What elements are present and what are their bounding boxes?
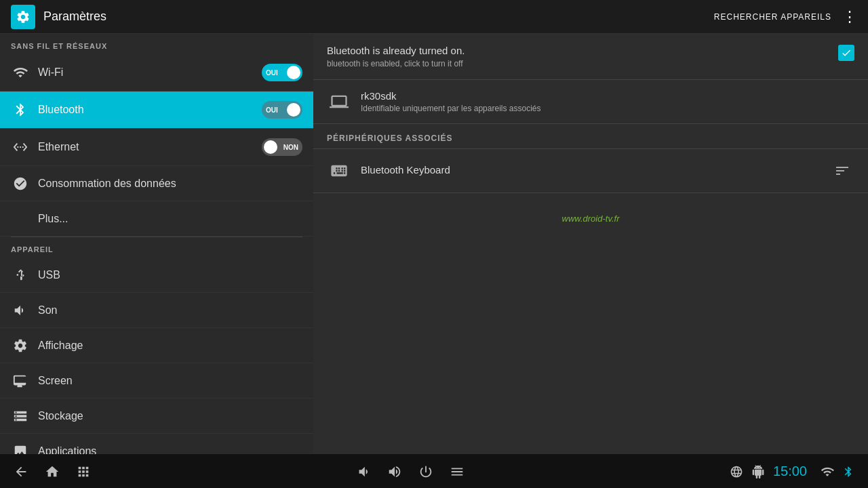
- sound-icon: [11, 302, 30, 317]
- ethernet-toggle-thumb: [264, 140, 277, 154]
- wifi-icon: [11, 65, 30, 80]
- screen-icon: [11, 373, 30, 388]
- sidebar-item-affichage[interactable]: Affichage: [0, 328, 313, 363]
- content-panel: Bluetooth is already turned on. bluetoot…: [313, 34, 868, 454]
- ethernet-label: Ethernet: [38, 141, 262, 153]
- wifi-label: Wi-Fi: [38, 66, 262, 79]
- power-button[interactable]: [418, 463, 433, 479]
- wifi-toggle-label: OUI: [266, 69, 278, 77]
- apps-icon: [11, 443, 30, 454]
- status-area: 15:00: [730, 464, 854, 479]
- volume-up-button[interactable]: [387, 463, 402, 479]
- son-label: Son: [38, 304, 302, 317]
- bluetooth-toggle-thumb: [287, 103, 300, 117]
- bluetooth-checkbox[interactable]: [838, 45, 854, 61]
- back-button[interactable]: [14, 463, 28, 479]
- sidebar-item-ethernet[interactable]: Ethernet NON: [0, 129, 313, 166]
- ethernet-toggle[interactable]: NON: [262, 138, 302, 156]
- paired-device-keyboard-row[interactable]: Bluetooth Keyboard: [313, 149, 868, 193]
- bluetooth-toggle-label: OUI: [266, 106, 278, 114]
- sidebar-item-screen[interactable]: Screen: [0, 363, 313, 399]
- search-devices-button[interactable]: RECHERCHER APPAREILS: [714, 12, 831, 22]
- home-button[interactable]: [45, 463, 60, 479]
- nav-buttons: [14, 463, 91, 479]
- section-device-header: APPAREIL: [0, 237, 313, 258]
- device-laptop-icon: [327, 89, 351, 114]
- bluetooth-label: Bluetooth: [38, 104, 262, 116]
- keyboard-settings-button[interactable]: [830, 159, 854, 183]
- device-sub: Identifiable uniquement par les appareil…: [361, 104, 854, 113]
- wifi-toggle[interactable]: OUI: [262, 64, 302, 81]
- sidebar-item-bluetooth[interactable]: Bluetooth OUI: [0, 92, 313, 129]
- bluetooth-status-icon: [842, 464, 854, 479]
- bluetooth-toggle[interactable]: OUI: [262, 101, 302, 119]
- bluetooth-status-text: Bluetooth is already turned on. bluetoot…: [327, 45, 838, 68]
- usb-icon: [11, 267, 30, 282]
- recents-button[interactable]: [76, 463, 91, 479]
- data-consumption-label: Consommation des données: [38, 178, 302, 190]
- affichage-label: Affichage: [38, 340, 302, 352]
- sidebar-item-plus[interactable]: Plus...: [0, 201, 313, 237]
- bluetooth-icon: [11, 102, 30, 117]
- main-layout: SANS FIL ET RÉSEAUX Wi-Fi OUI: [0, 34, 868, 454]
- watermark: www.droid-tv.fr: [313, 193, 868, 244]
- earth-icon: [730, 464, 743, 478]
- bottom-bar: 15:00: [0, 454, 868, 488]
- time-display: 15:00: [773, 464, 807, 479]
- storage-icon: [11, 408, 30, 423]
- android-icon: [751, 464, 765, 478]
- ethernet-toggle-label: NON: [283, 144, 298, 151]
- data-icon: [11, 176, 30, 190]
- plus-label: Plus...: [38, 213, 302, 225]
- stockage-label: Stockage: [38, 410, 302, 422]
- paired-keyboard-name: Bluetooth Keyboard: [361, 164, 830, 176]
- screen-label: Screen: [38, 375, 302, 387]
- sidebar-item-stockage[interactable]: Stockage: [0, 399, 313, 434]
- sidebar-item-son[interactable]: Son: [0, 293, 313, 328]
- periph-header: PÉRIPHÉRIQUES ASSOCIÉS: [313, 124, 868, 149]
- bluetooth-status-sub: bluetooth is enabled, click to turn it o…: [327, 59, 838, 68]
- device-rk30sdk-row: rk30sdk Identifiable uniquement par les …: [313, 80, 868, 124]
- sidebar-item-data[interactable]: Consommation des données: [0, 166, 313, 201]
- bluetooth-status-row[interactable]: Bluetooth is already turned on. bluetoot…: [313, 34, 868, 80]
- applications-label: Applications: [38, 445, 302, 455]
- sidebar-item-applications[interactable]: Applications: [0, 434, 313, 454]
- wifi-toggle-thumb: [287, 66, 300, 79]
- header: Paramètres RECHERCHER APPAREILS ⋮: [0, 0, 868, 34]
- settings-icon: [11, 5, 35, 29]
- media-controls: [356, 463, 465, 479]
- bluetooth-status-title: Bluetooth is already turned on.: [327, 45, 838, 56]
- sidebar: SANS FIL ET RÉSEAUX Wi-Fi OUI: [0, 34, 313, 454]
- sidebar-item-wifi[interactable]: Wi-Fi OUI: [0, 54, 313, 92]
- device-rk30sdk-info: rk30sdk Identifiable uniquement par les …: [361, 90, 854, 113]
- display-icon: [11, 338, 30, 352]
- more-options-icon[interactable]: ⋮: [842, 8, 857, 26]
- section-network-header: SANS FIL ET RÉSEAUX: [0, 34, 313, 54]
- wifi-status-icon: [821, 464, 834, 478]
- ethernet-icon: [11, 140, 30, 155]
- paired-keyboard-info: Bluetooth Keyboard: [361, 164, 830, 178]
- menu-button[interactable]: [450, 463, 465, 479]
- volume-down-button[interactable]: [356, 463, 371, 479]
- page-title: Paramètres: [43, 9, 714, 24]
- sidebar-item-usb[interactable]: USB: [0, 258, 313, 293]
- keyboard-icon: [327, 159, 351, 183]
- device-name: rk30sdk: [361, 90, 854, 102]
- usb-label: USB: [38, 269, 302, 281]
